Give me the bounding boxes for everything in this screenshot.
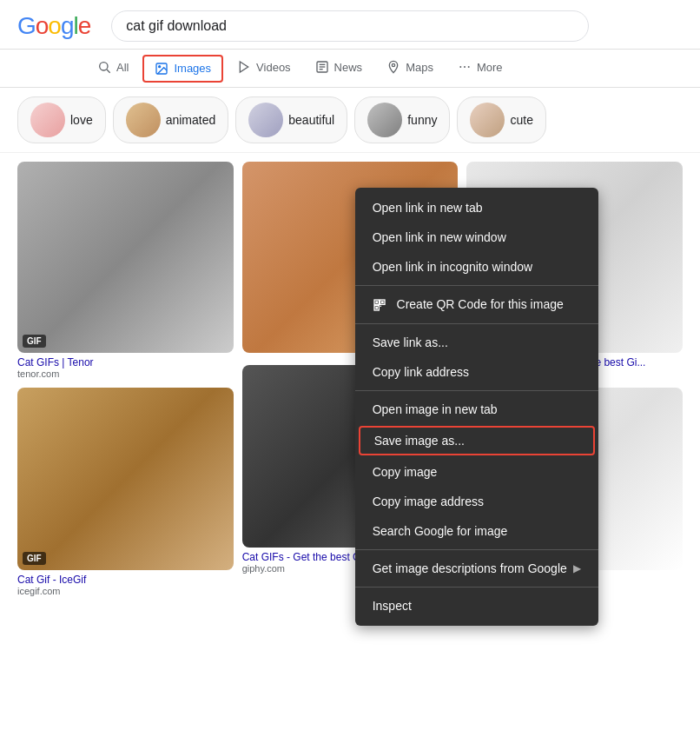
chip-beautiful[interactable]: beautiful xyxy=(235,96,347,143)
logo-e: e xyxy=(78,12,91,39)
image-card-1[interactable]: GIF Cat GIFs | Tenor tenor.com xyxy=(17,162,234,379)
header: Google xyxy=(0,0,700,50)
tab-all[interactable]: All xyxy=(87,53,139,83)
ctx-inspect[interactable]: Inspect xyxy=(355,591,598,621)
search-icon xyxy=(97,60,111,74)
ctx-divider-2 xyxy=(355,323,598,324)
nav-tabs: All Images Videos News Maps More xyxy=(0,50,700,88)
tab-maps[interactable]: Maps xyxy=(376,53,444,83)
image-grid: GIF Cat GIFs | Tenor tenor.com GIF Cat G… xyxy=(0,153,700,605)
ctx-divider-3 xyxy=(355,390,598,391)
ctx-image-descriptions[interactable]: Get image descriptions from Google ▶ xyxy=(355,554,598,583)
ctx-qr-code[interactable]: Create QR Code for this image xyxy=(355,289,598,320)
chip-cute-thumbnail xyxy=(470,103,505,137)
search-input[interactable] xyxy=(126,18,574,34)
image-label-1: Cat GIFs | Tenor xyxy=(17,356,234,368)
svg-point-0 xyxy=(100,63,108,70)
chip-funny[interactable]: funny xyxy=(354,96,450,143)
chip-love-thumbnail xyxy=(30,103,65,137)
chip-cute[interactable]: cute xyxy=(457,96,545,143)
image-col-1: GIF Cat GIFs | Tenor tenor.com GIF Cat G… xyxy=(17,162,234,596)
logo-o1: o xyxy=(36,12,49,39)
google-logo[interactable]: Google xyxy=(17,12,90,40)
chip-animated[interactable]: animated xyxy=(113,96,229,143)
logo-g2: g xyxy=(61,12,74,39)
svg-point-9 xyxy=(392,63,394,66)
tab-images[interactable]: Images xyxy=(142,55,223,83)
image-placeholder-4: GIF xyxy=(17,388,234,570)
logo-g: G xyxy=(17,12,36,39)
ctx-copy-link[interactable]: Copy link address xyxy=(355,357,598,387)
image-source-4: icegif.com xyxy=(17,586,234,596)
tab-news[interactable]: News xyxy=(305,53,373,83)
location-icon xyxy=(386,60,400,74)
svg-rect-18 xyxy=(375,307,378,309)
svg-point-10 xyxy=(459,66,461,68)
gif-badge-4: GIF xyxy=(23,552,46,565)
image-label-4: Cat Gif - IceGif xyxy=(17,574,234,586)
ctx-search-google-image[interactable]: Search Google for image xyxy=(355,516,598,546)
ctx-copy-image[interactable]: Copy image xyxy=(355,457,598,487)
svg-point-12 xyxy=(468,66,470,68)
context-menu: Open link in new tab Open link in new wi… xyxy=(355,188,598,626)
chip-love[interactable]: love xyxy=(17,96,106,143)
chip-beautiful-thumbnail xyxy=(248,103,283,137)
dots-icon xyxy=(458,60,472,74)
chip-funny-thumbnail xyxy=(367,103,402,137)
svg-rect-16 xyxy=(381,302,384,304)
svg-marker-4 xyxy=(240,62,248,72)
ctx-divider-4 xyxy=(355,549,598,550)
ctx-copy-image-address[interactable]: Copy image address xyxy=(355,487,598,516)
chip-animated-thumbnail xyxy=(126,103,161,137)
image-icon xyxy=(155,62,168,76)
ctx-divider-1 xyxy=(355,285,598,286)
newspaper-icon xyxy=(315,60,329,74)
ctx-open-image-tab[interactable]: Open image in new tab xyxy=(355,395,598,424)
svg-rect-14 xyxy=(375,302,378,304)
logo-o2: o xyxy=(48,12,61,39)
ctx-save-image-as[interactable]: Save image as... xyxy=(359,426,595,455)
search-bar[interactable] xyxy=(111,10,589,42)
ctx-open-incognito[interactable]: Open link in incognito window xyxy=(355,252,598,282)
image-source-1: tenor.com xyxy=(17,368,234,379)
svg-line-1 xyxy=(107,70,110,73)
tab-more[interactable]: More xyxy=(447,53,513,83)
svg-point-3 xyxy=(159,65,161,67)
ctx-save-link-as[interactable]: Save link as... xyxy=(355,328,598,357)
filter-chips: love animated beautiful funny cute xyxy=(0,88,700,153)
image-card-4[interactable]: GIF Cat Gif - IceGif icegif.com xyxy=(17,388,234,596)
video-icon xyxy=(237,60,251,74)
submenu-arrow: ▶ xyxy=(573,562,581,574)
ctx-open-new-window[interactable]: Open link in new window xyxy=(355,222,598,252)
svg-rect-19 xyxy=(380,306,380,307)
image-col-2: Open link in new tab Open link in new wi… xyxy=(242,162,459,596)
ctx-divider-5 xyxy=(355,587,598,588)
gif-badge-1: GIF xyxy=(23,335,46,348)
ctx-open-new-tab[interactable]: Open link in new tab xyxy=(355,193,598,222)
tab-videos[interactable]: Videos xyxy=(227,53,301,83)
svg-point-11 xyxy=(464,66,466,68)
image-placeholder-1: GIF xyxy=(17,162,234,353)
